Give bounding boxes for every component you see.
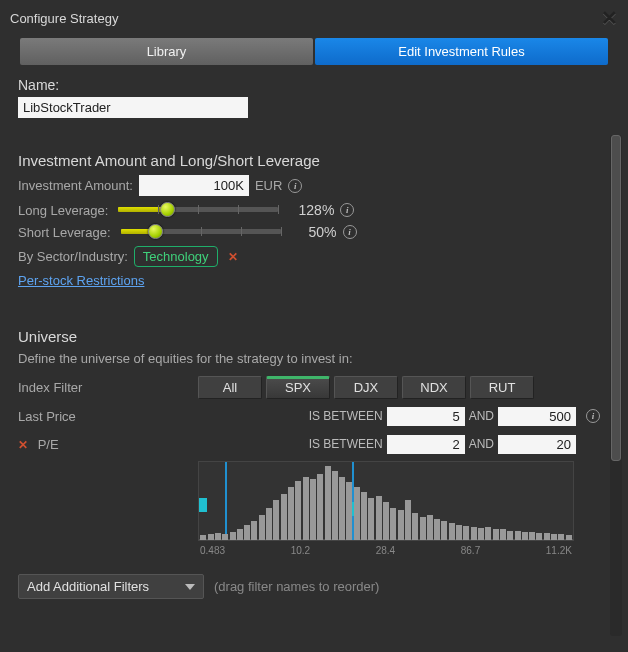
histogram-bar bbox=[339, 477, 345, 540]
histogram-bar bbox=[230, 532, 236, 540]
pe-filter-label[interactable]: ✕ P/E bbox=[18, 437, 198, 452]
operator-label: IS BETWEEN bbox=[309, 437, 383, 451]
histogram-bar bbox=[544, 533, 550, 540]
long-leverage-value: 128% bbox=[288, 202, 334, 218]
info-icon[interactable]: i bbox=[340, 203, 354, 217]
histogram-bar bbox=[325, 466, 331, 540]
remove-pe-filter-icon[interactable]: ✕ bbox=[18, 438, 28, 452]
histogram-bar bbox=[354, 487, 360, 540]
histogram-bar bbox=[441, 521, 447, 540]
operator-and-label: AND bbox=[469, 409, 494, 423]
histogram-bar bbox=[251, 521, 257, 540]
histogram-bar bbox=[500, 529, 506, 540]
chevron-down-icon bbox=[185, 584, 195, 590]
histogram-bar bbox=[493, 529, 499, 540]
range-marker-low-line[interactable] bbox=[225, 462, 227, 540]
long-leverage-slider[interactable] bbox=[118, 202, 278, 218]
last-price-high-input[interactable] bbox=[498, 407, 576, 426]
histogram-bar bbox=[368, 498, 374, 540]
histogram-bar bbox=[303, 477, 309, 540]
histogram-bar bbox=[376, 496, 382, 540]
tab-library[interactable]: Library bbox=[20, 38, 313, 65]
index-filter-ndx[interactable]: NDX bbox=[402, 376, 466, 399]
per-stock-restrictions-link[interactable]: Per-stock Restrictions bbox=[18, 273, 600, 288]
long-leverage-label: Long Leverage: bbox=[18, 203, 108, 218]
sector-chip[interactable]: Technology bbox=[134, 246, 218, 267]
histogram-bar bbox=[434, 519, 440, 540]
name-label: Name: bbox=[18, 77, 600, 93]
axis-tick: 10.2 bbox=[291, 545, 310, 556]
histogram-bar bbox=[346, 482, 352, 540]
axis-tick: 0.483 bbox=[200, 545, 225, 556]
histogram-bar bbox=[383, 502, 389, 540]
pe-high-input[interactable] bbox=[498, 435, 576, 454]
scrollbar[interactable] bbox=[610, 135, 622, 636]
histogram-bar bbox=[222, 534, 228, 540]
range-marker-low-handle[interactable] bbox=[199, 498, 207, 512]
histogram-bar bbox=[237, 529, 243, 540]
histogram-bar bbox=[317, 474, 323, 540]
pe-label: P/E bbox=[38, 437, 59, 452]
remove-sector-icon[interactable]: ✕ bbox=[228, 250, 238, 264]
histogram-bar bbox=[566, 535, 572, 540]
info-icon[interactable]: i bbox=[343, 225, 357, 239]
close-icon[interactable]: ✕ bbox=[601, 6, 618, 30]
histogram-bar bbox=[515, 531, 521, 541]
index-filter-all[interactable]: All bbox=[198, 376, 262, 399]
section-investment-title: Investment Amount and Long/Short Leverag… bbox=[18, 152, 600, 169]
histogram-bar bbox=[522, 532, 528, 540]
currency-label: EUR bbox=[255, 178, 282, 193]
histogram-bar bbox=[259, 515, 265, 540]
histogram-bar bbox=[208, 534, 214, 540]
scrollbar-thumb[interactable] bbox=[611, 135, 621, 461]
histogram-bar bbox=[398, 510, 404, 540]
section-universe-title: Universe bbox=[18, 328, 600, 345]
info-icon[interactable]: i bbox=[288, 179, 302, 193]
tab-edit-investment-rules[interactable]: Edit Investment Rules bbox=[315, 38, 608, 65]
axis-tick: 28.4 bbox=[376, 545, 395, 556]
last-price-low-input[interactable] bbox=[387, 407, 465, 426]
short-leverage-label: Short Leverage: bbox=[18, 225, 111, 240]
investment-amount-input[interactable] bbox=[139, 175, 249, 196]
short-leverage-slider[interactable] bbox=[121, 224, 281, 240]
pe-histogram[interactable] bbox=[198, 461, 574, 541]
operator-label: IS BETWEEN bbox=[309, 409, 383, 423]
histogram-bar bbox=[485, 527, 491, 540]
histogram-bar bbox=[244, 525, 250, 540]
investment-amount-label: Investment Amount: bbox=[18, 178, 133, 193]
histogram-bar bbox=[310, 479, 316, 540]
info-icon[interactable]: i bbox=[586, 409, 600, 423]
index-filter-rut[interactable]: RUT bbox=[470, 376, 534, 399]
index-filter-spx[interactable]: SPX bbox=[266, 376, 330, 399]
window-title: Configure Strategy bbox=[10, 11, 118, 26]
histogram-bar bbox=[536, 533, 542, 540]
histogram-bar bbox=[281, 494, 287, 541]
histogram-bar bbox=[332, 471, 338, 540]
add-additional-filters-dropdown[interactable]: Add Additional Filters bbox=[18, 574, 204, 599]
sector-label: By Sector/Industry: bbox=[18, 249, 128, 264]
index-filter-djx[interactable]: DJX bbox=[334, 376, 398, 399]
histogram-bar bbox=[463, 526, 469, 540]
axis-tick: 11.2K bbox=[546, 545, 572, 556]
pe-low-input[interactable] bbox=[387, 435, 465, 454]
histogram-bar bbox=[295, 481, 301, 540]
histogram-bar bbox=[471, 527, 477, 540]
histogram-bar bbox=[420, 517, 426, 540]
histogram-bar bbox=[361, 492, 367, 540]
last-price-label: Last Price bbox=[18, 409, 198, 424]
histogram-bar bbox=[200, 535, 206, 540]
index-filter-label: Index Filter bbox=[18, 380, 198, 395]
histogram-bar bbox=[551, 534, 557, 540]
histogram-bar bbox=[558, 534, 564, 540]
universe-subtitle: Define the universe of equities for the … bbox=[18, 351, 600, 366]
histogram-bar bbox=[507, 531, 513, 541]
drag-hint: (drag filter names to reorder) bbox=[214, 579, 379, 594]
histogram-bar bbox=[529, 532, 535, 540]
histogram-bar bbox=[449, 523, 455, 540]
histogram-bar bbox=[427, 515, 433, 540]
name-input[interactable] bbox=[18, 97, 248, 118]
histogram-bar bbox=[273, 500, 279, 540]
histogram-bar bbox=[266, 508, 272, 540]
histogram-bar bbox=[456, 525, 462, 540]
histogram-bar bbox=[405, 500, 411, 540]
